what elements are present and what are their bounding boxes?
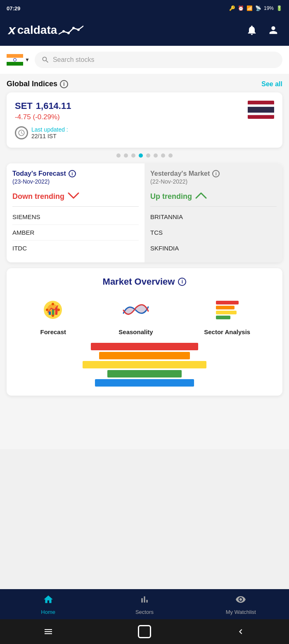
seasonality-label: Seasonality <box>118 328 153 335</box>
yesterday-stock-3[interactable]: SKFINDIA <box>150 241 277 256</box>
svg-rect-16 <box>216 311 237 314</box>
today-stock-list: SIEMENS AMBER ITDC <box>12 209 139 256</box>
today-forecast-col: Today's Forecast i (23-Nov-2022) Down tr… <box>7 163 144 262</box>
forecast-icon-box <box>39 295 68 324</box>
country-selector[interactable]: ▼ <box>7 54 30 66</box>
signal-icon: 📡 <box>255 5 261 11</box>
market-overview-title: Market Overview i <box>13 276 276 287</box>
sectors-icon <box>139 594 150 607</box>
today-stock-3[interactable]: ITDC <box>12 241 139 256</box>
today-stock-1[interactable]: SIEMENS <box>12 209 139 225</box>
today-trend-label: Down trending <box>12 192 64 201</box>
svg-point-0 <box>62 30 65 33</box>
nav-watchlist[interactable]: My Watchlist <box>224 594 257 615</box>
android-menu-button[interactable] <box>38 621 59 642</box>
svg-rect-15 <box>216 306 235 309</box>
logo-x: x <box>8 22 16 38</box>
dot-2[interactable] <box>124 153 128 158</box>
india-flag <box>7 54 23 66</box>
market-overview-card: Market Overview i <box>7 268 282 396</box>
forecast-cols: Today's Forecast i (23-Nov-2022) Down tr… <box>7 163 282 262</box>
header-icons <box>244 23 281 38</box>
market-overview-info-icon[interactable]: i <box>178 278 186 286</box>
battery-icon: 🔋 <box>276 5 282 11</box>
svg-rect-14 <box>216 301 239 304</box>
search-input-wrap[interactable]: Search stocks <box>35 52 282 68</box>
today-forecast-date: (23-Nov-2022) <box>12 178 139 185</box>
svg-point-3 <box>77 28 80 31</box>
notification-button[interactable] <box>244 23 259 38</box>
android-nav-bar <box>0 619 289 644</box>
last-updated-date: 22/11 IST <box>31 133 68 139</box>
svg-point-6 <box>52 303 54 305</box>
dot-5[interactable] <box>146 153 150 158</box>
yesterday-forecast-col: Yesterday's Market i (22-Nov-2022) Up tr… <box>144 163 282 262</box>
stacked-bar-5 <box>95 379 194 387</box>
index-name: SET <box>15 101 33 111</box>
last-updated-row: Last updated : 22/11 IST <box>15 126 71 139</box>
svg-point-1 <box>67 32 70 34</box>
seasonality-overview-item[interactable]: Seasonality <box>118 295 153 335</box>
today-info-icon[interactable]: i <box>69 170 76 177</box>
logo-chart-icon <box>59 24 83 36</box>
overview-icons-row: Forecast Seasonality <box>13 295 276 335</box>
forecast-overview-icon <box>40 297 66 323</box>
svg-point-7 <box>57 309 60 311</box>
battery-text: 19% <box>264 5 274 11</box>
global-indices-title: Global Indices i <box>7 80 68 88</box>
global-indices-info-icon[interactable]: i <box>60 80 68 88</box>
yesterday-stock-2[interactable]: TCS <box>150 225 277 241</box>
see-all-button[interactable]: See all <box>261 80 282 88</box>
index-info: SET 1,614.11 -4.75 (-0.29%) Last updated… <box>15 101 71 139</box>
nav-watchlist-label: My Watchlist <box>226 609 256 615</box>
clock-icon <box>15 126 28 139</box>
forecast-label: Forecast <box>40 328 66 335</box>
forecast-overview-item[interactable]: Forecast <box>39 295 68 335</box>
sector-analysis-label: Sector Analysis <box>204 328 250 335</box>
index-value: 1,614.11 <box>36 101 71 111</box>
nav-home[interactable]: Home <box>32 594 65 615</box>
sector-analysis-icon-box <box>213 295 242 324</box>
country-dropdown-arrow: ▼ <box>25 57 30 63</box>
dot-8[interactable] <box>168 153 173 158</box>
index-card: SET 1,614.11 -4.75 (-0.29%) Last updated… <box>7 92 282 148</box>
seasonality-overview-icon <box>121 299 150 321</box>
logo: xcaldata <box>8 22 83 38</box>
home-icon <box>43 594 54 607</box>
dot-7[interactable] <box>161 153 165 158</box>
stacked-bars-preview <box>13 342 276 387</box>
yesterday-info-icon[interactable]: i <box>212 170 220 177</box>
status-right: 🔑 ⏰ 📶 📡 19% 🔋 <box>229 5 282 11</box>
svg-rect-17 <box>216 316 230 319</box>
svg-point-2 <box>72 27 75 29</box>
dot-4[interactable] <box>139 153 143 158</box>
yesterday-stock-1[interactable]: BRITANNIA <box>150 209 277 225</box>
up-trend-arrow <box>195 191 207 202</box>
alarm-icon: ⏰ <box>238 5 244 11</box>
dot-1[interactable] <box>116 153 121 158</box>
forecast-card: Today's Forecast i (23-Nov-2022) Down tr… <box>7 163 282 262</box>
last-updated-label: Last updated : <box>31 126 68 133</box>
wifi-icon: 📶 <box>246 5 253 11</box>
index-change: -4.75 (-0.29%) <box>15 113 71 121</box>
seasonality-icon-box <box>121 295 150 324</box>
svg-rect-10 <box>49 311 51 315</box>
yesterday-stock-list: BRITANNIA TCS SKFINDIA <box>150 209 277 256</box>
svg-point-9 <box>46 309 48 311</box>
today-trend-row: Down trending <box>12 191 139 202</box>
header: xcaldata <box>0 17 289 46</box>
nav-sectors[interactable]: Sectors <box>128 594 161 615</box>
dot-6[interactable] <box>154 153 158 158</box>
profile-button[interactable] <box>266 23 281 38</box>
android-home-button[interactable] <box>134 621 155 642</box>
yesterday-trend-row: Up trending <box>150 191 277 202</box>
today-stock-2[interactable]: AMBER <box>12 225 139 241</box>
logo-caldata: caldata <box>17 24 57 37</box>
yesterday-forecast-title: Yesterday's Market i <box>150 170 277 177</box>
nav-sectors-label: Sectors <box>135 609 154 615</box>
dot-3[interactable] <box>131 153 135 158</box>
sector-analysis-overview-item[interactable]: Sector Analysis <box>204 295 250 335</box>
android-back-button[interactable] <box>230 621 251 642</box>
today-forecast-title: Today's Forecast i <box>12 170 139 177</box>
yesterday-trend-label: Up trending <box>150 192 192 201</box>
